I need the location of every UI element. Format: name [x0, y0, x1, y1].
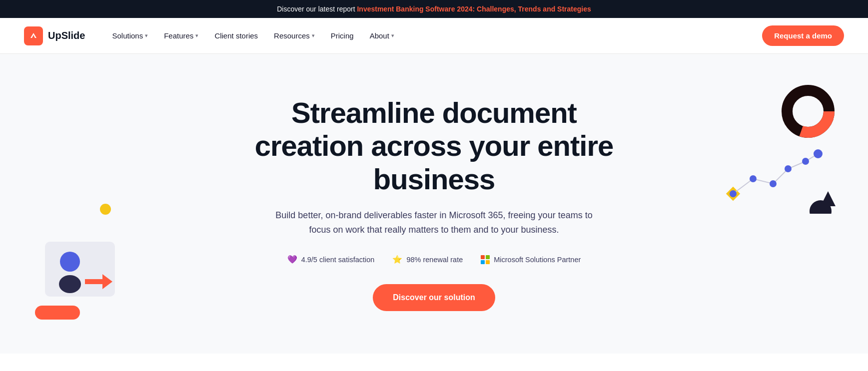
nav-item-client-stories[interactable]: Client stories: [207, 27, 265, 44]
nav-label-solutions: Solutions: [112, 31, 143, 40]
nav-item-resources[interactable]: Resources ▾: [267, 27, 322, 44]
badge-satisfaction-text: 4.9/5 client satisfaction: [301, 256, 375, 264]
request-demo-button[interactable]: Request a demo: [762, 25, 844, 46]
logo-link[interactable]: UpSlide: [24, 26, 85, 45]
badge-microsoft-text: Microsoft Solutions Partner: [494, 256, 581, 264]
svg-point-8: [730, 190, 737, 197]
hero-title: Streamline document creation across your…: [239, 96, 629, 196]
star-icon: ⭐: [392, 255, 402, 264]
nav-label-pricing: Pricing: [331, 31, 354, 40]
badge-satisfaction: 💜 4.9/5 client satisfaction: [287, 255, 375, 264]
nav-item-pricing[interactable]: Pricing: [324, 27, 361, 44]
svg-point-9: [750, 175, 757, 182]
nav-label-about: About: [370, 31, 389, 40]
hero-subtitle: Build better, on-brand deliverables fast…: [264, 208, 604, 237]
yellow-dot-decoration: [100, 204, 111, 215]
logo-text: UpSlide: [48, 30, 85, 41]
banner-text-normal: Discover our latest report: [277, 5, 357, 13]
nav-label-client-stories: Client stories: [214, 31, 258, 40]
nav-label-features: Features: [164, 31, 193, 40]
chevron-down-icon: ▾: [145, 32, 148, 39]
svg-point-10: [770, 180, 777, 187]
svg-point-3: [59, 275, 81, 293]
banner-text-highlight[interactable]: Investment Banking Software 2024: Challe…: [357, 5, 591, 13]
top-banner: Discover our latest report Investment Ba…: [0, 0, 868, 18]
nav-item-solutions[interactable]: Solutions ▾: [105, 27, 155, 44]
microsoft-grid-icon: [481, 255, 490, 264]
logo-icon: [24, 26, 43, 45]
svg-point-12: [802, 158, 809, 165]
nav-item-about[interactable]: About ▾: [363, 27, 401, 44]
hero-content: Streamline document creation across your…: [239, 96, 629, 312]
svg-point-2: [60, 252, 80, 272]
svg-rect-1: [45, 242, 115, 297]
svg-point-13: [814, 149, 823, 158]
heart-icon: 💜: [287, 255, 297, 264]
nav-item-features[interactable]: Features ▾: [157, 27, 205, 44]
left-illustration: [30, 232, 130, 324]
svg-point-11: [785, 165, 792, 172]
badge-renewal: ⭐ 98% renewal rate: [392, 255, 463, 264]
chevron-down-icon: ▾: [391, 32, 394, 39]
nav-links: Solutions ▾ Features ▾ Client stories Re…: [105, 27, 762, 44]
discover-solution-button[interactable]: Discover our solution: [373, 284, 495, 311]
badge-microsoft: Microsoft Solutions Partner: [481, 255, 581, 264]
svg-rect-5: [35, 306, 80, 320]
right-decoration: [728, 84, 838, 216]
navbar: UpSlide Solutions ▾ Features ▾ Client st…: [0, 18, 868, 54]
badge-renewal-text: 98% renewal rate: [406, 256, 463, 264]
nav-label-resources: Resources: [274, 31, 310, 40]
chevron-down-icon: ▾: [312, 32, 315, 39]
hero-section: Streamline document creation across your…: [0, 54, 868, 354]
chevron-down-icon: ▾: [195, 32, 198, 39]
hero-badges: 💜 4.9/5 client satisfaction ⭐ 98% renewa…: [239, 255, 629, 264]
